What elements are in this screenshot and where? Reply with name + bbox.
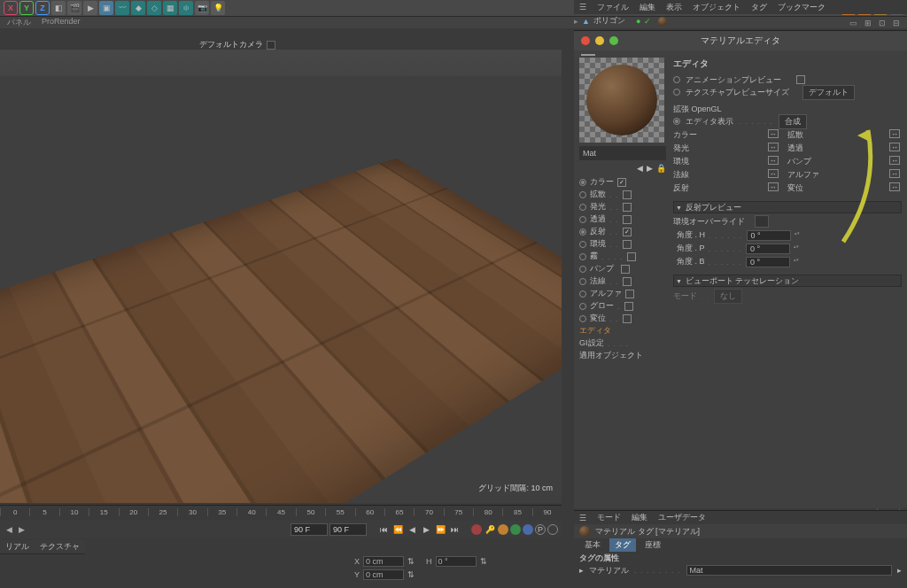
vp-btn3-icon[interactable]: ⊡	[879, 19, 886, 27]
close-icon[interactable]	[581, 36, 590, 45]
attr-edit[interactable]: 編集	[632, 512, 647, 523]
axis-y-button[interactable]: Y	[19, 1, 34, 15]
menu-object[interactable]: オブジェクト	[693, 2, 740, 13]
autokey-icon[interactable]: 🔑	[484, 523, 496, 536]
y-field[interactable]: 0 cm	[363, 569, 404, 580]
env-override-dropdown[interactable]	[755, 215, 770, 228]
play-back-icon[interactable]: ◀	[406, 523, 418, 536]
goto-end-icon[interactable]: ⏭	[448, 523, 461, 536]
panel-tab[interactable]: パネル	[7, 17, 31, 28]
gl-env-toggle[interactable]: ↔	[768, 156, 779, 165]
channel-environment[interactable]: 環境. .	[579, 238, 666, 250]
generator2-icon[interactable]: ◇	[147, 1, 161, 15]
prorender-tab[interactable]: ProRender	[42, 17, 81, 28]
channel-glow[interactable]: グロー.	[579, 300, 666, 312]
menu-edit[interactable]: 編集	[640, 2, 655, 13]
channel-editor[interactable]: エディタ	[579, 325, 666, 337]
channel-displacement[interactable]: 変位. .	[579, 313, 666, 324]
channel-transparency[interactable]: 透過. .	[579, 213, 666, 225]
gl-norm-toggle[interactable]: ↔	[768, 169, 779, 178]
gl-diffuse-toggle[interactable]: ↔	[889, 129, 900, 138]
channel-color[interactable]: カラー✓	[579, 176, 666, 188]
camera-swatch-icon[interactable]	[267, 41, 275, 50]
tag-material-field[interactable]: Mat	[686, 565, 892, 576]
viewport[interactable]: グリッド間隔: 10 cm	[0, 50, 562, 503]
tab-basic[interactable]: 基本	[579, 538, 606, 552]
next-arrow-icon[interactable]: ▶	[16, 524, 27, 535]
tab-tag[interactable]: タグ	[609, 538, 636, 552]
tag-material-arrow-icon[interactable]: ▸	[897, 566, 902, 575]
render-icon[interactable]: ▶	[83, 1, 97, 15]
anim-preview-row[interactable]: アニメーションプレビュー	[673, 74, 902, 86]
material-tab[interactable]: リアル	[5, 541, 29, 553]
gl-bump-toggle[interactable]: ↔	[889, 156, 900, 165]
key-scale-icon[interactable]	[510, 524, 521, 535]
material-tag-row[interactable]: マテリアル タグ [マテリアル]	[574, 524, 907, 538]
angle-h-field[interactable]: 0 °	[747, 230, 791, 241]
material-editor-titlebar[interactable]: マテリアルエディタ	[574, 31, 907, 50]
angle-b-field[interactable]: 0 °	[746, 257, 790, 267]
reflection-preview-header[interactable]: ▼反射プレビュー	[673, 201, 902, 213]
minimize-icon[interactable]	[595, 36, 604, 45]
key-rot-icon[interactable]	[523, 524, 533, 535]
step-back-icon[interactable]: ⏪	[391, 523, 404, 536]
coord-icon[interactable]: ◧	[51, 1, 66, 15]
gl-refl-toggle[interactable]: ↔	[768, 182, 779, 191]
tex-preview-dropdown[interactable]: デフォルト	[802, 85, 855, 100]
array-icon[interactable]: ፨	[179, 1, 193, 15]
tab-coord[interactable]: 座標	[640, 538, 666, 552]
key-param-icon[interactable]: P	[535, 524, 546, 535]
axis-z-button[interactable]: Z	[35, 1, 50, 15]
channel-alpha[interactable]: アルファ	[579, 288, 666, 299]
gl-color-toggle[interactable]: ↔	[768, 129, 779, 138]
menu-bookmark[interactable]: ブックマーク	[778, 2, 826, 13]
vp-btn4-icon[interactable]: ⊟	[893, 19, 900, 27]
zoom-icon[interactable]	[609, 36, 618, 45]
vp-btn1-icon[interactable]: ▭	[849, 19, 857, 27]
generator-icon[interactable]: ◆	[131, 1, 145, 15]
gl-trans-toggle[interactable]: ↔	[889, 143, 900, 151]
spline-icon[interactable]: 〰	[115, 1, 129, 15]
play-icon[interactable]: ▶	[420, 523, 432, 536]
gl-lum-toggle[interactable]: ↔	[768, 143, 779, 151]
out-frame-field[interactable]: 90 F	[329, 523, 367, 536]
tess-mode-dropdown[interactable]: なし	[714, 289, 742, 304]
camera-icon[interactable]: 📷	[195, 1, 209, 15]
menu-view[interactable]: 表示	[666, 2, 682, 13]
angle-p-field[interactable]: 0 °	[746, 244, 790, 254]
channel-luminance[interactable]: 発光. .	[579, 201, 666, 213]
editor-display-row[interactable]: エディタ表示 . . . . . . 合成	[673, 115, 902, 128]
object-tree-item[interactable]: ▸▲ポリゴン ●✓	[574, 15, 667, 27]
editor-display-dropdown[interactable]: 合成	[779, 114, 807, 129]
record-icon[interactable]	[471, 524, 482, 535]
channel-gi[interactable]: GI設定. . . .	[579, 337, 666, 349]
x-field[interactable]: 0 cm	[363, 556, 404, 567]
light-icon[interactable]: 💡	[211, 1, 225, 15]
gl-disp-toggle[interactable]: ↔	[889, 182, 900, 191]
menu-file[interactable]: ファイル	[597, 2, 629, 13]
tessellation-header[interactable]: ▼ビューポート テッセレーション	[673, 275, 902, 287]
menu-tag[interactable]: タグ	[751, 2, 767, 13]
cube-icon[interactable]: ▣	[99, 1, 113, 15]
channel-normal[interactable]: 法線. .	[579, 275, 666, 287]
channel-reflectance[interactable]: 反射. .✓	[579, 226, 666, 237]
tex-preview-size-row[interactable]: テクスチャプレビューサイズ デフォルト	[673, 86, 902, 98]
channel-assign[interactable]: 適用オブジェクト	[579, 350, 666, 361]
texture-tab[interactable]: テクスチャ	[40, 541, 80, 553]
vp-btn2-icon[interactable]: ⊞	[864, 19, 872, 27]
material-name-field[interactable]: Mat	[579, 146, 666, 160]
gl-alpha-toggle[interactable]: ↔	[889, 169, 900, 178]
timeline-ruler[interactable]: 05 1015 2025 3035 4045 5055 6065 7075 80…	[0, 505, 562, 519]
material-preview[interactable]	[579, 58, 664, 143]
goto-start-icon[interactable]: ⏮	[377, 523, 390, 536]
channel-diffuse[interactable]: 拡散. .	[579, 189, 666, 200]
deformer-icon[interactable]: ▦	[163, 1, 177, 15]
next-mat-icon[interactable]: ▶	[647, 164, 653, 173]
clapper-icon[interactable]: 🎬	[67, 1, 81, 15]
key-pos-icon[interactable]	[498, 524, 508, 535]
h-field[interactable]: 0 °	[436, 556, 477, 567]
in-frame-field[interactable]: 90 F	[291, 523, 328, 536]
lock-icon[interactable]: 🔒	[656, 164, 666, 173]
key-pla-icon[interactable]	[547, 524, 558, 535]
prev-arrow-icon[interactable]: ◀	[4, 524, 14, 535]
